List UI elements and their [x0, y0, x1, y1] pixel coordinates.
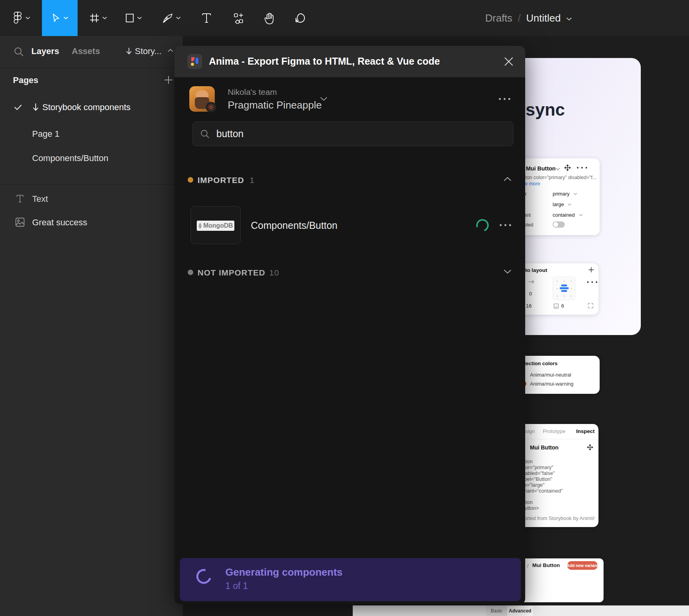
variant-breadcrumb-separator: / [527, 563, 529, 569]
page-label: Storybook components [42, 102, 131, 112]
page-item-components-button[interactable]: Components/Button [0, 150, 183, 168]
rectangle-icon [125, 13, 134, 23]
inspect-footer: ported from Storybook by Anima [521, 515, 594, 521]
tab-layers[interactable]: Layers [31, 46, 59, 56]
code-line: olor="primary" [521, 464, 553, 470]
frame-icon [89, 13, 100, 23]
not-imported-section-label: NOT IMPORTED [198, 268, 265, 277]
selection-colors-title: lection colors [524, 361, 558, 366]
auto-layout-title: to layout [525, 267, 547, 273]
prop-value-size[interactable]: large [553, 201, 564, 207]
sync-progress-spinner [474, 217, 491, 234]
leaf-icon [198, 223, 202, 229]
chevron-down-icon[interactable] [566, 17, 572, 21]
page-label: Components/Button [32, 153, 108, 163]
chevron-down-icon [63, 16, 68, 20]
tab-assets[interactable]: Assets [72, 46, 100, 56]
prop-value-variant[interactable]: contained [553, 212, 575, 218]
page-item-page-1[interactable]: Page 1 [0, 125, 183, 144]
component-thumbnail: MongoDB [190, 206, 241, 244]
inspect-node-title: Mui Button [530, 444, 558, 451]
component-row-components-button[interactable]: MongoDB Components/Button [174, 203, 525, 250]
add-page-icon[interactable] [164, 75, 173, 85]
add-new-variant-button[interactable]: Add new variant [567, 561, 598, 570]
chevron-down-icon[interactable] [568, 203, 571, 206]
color-token-neutral[interactable]: Anima/mui-neutral [530, 372, 571, 378]
move-tool-button[interactable] [42, 0, 78, 36]
disabled-toggle[interactable] [553, 221, 565, 228]
figma-logo-icon [13, 11, 23, 25]
pages-header: Pages [13, 75, 38, 85]
story-page-dropdown[interactable]: Story... [135, 46, 161, 56]
hand-tool-button[interactable] [257, 0, 282, 36]
breadcrumb-project[interactable]: Drafts [485, 12, 512, 24]
team-name[interactable]: Pragmatic Pineapple [228, 99, 322, 111]
arrow-down-icon [125, 47, 132, 56]
move-icon[interactable] [564, 165, 571, 171]
layer-item-great-success[interactable]: Great success [0, 213, 183, 234]
file-title[interactable]: Untitled [526, 12, 561, 24]
page-item-storybook-components[interactable]: Storybook components [0, 99, 183, 118]
comment-bubble-icon [295, 13, 306, 24]
alignment-widget[interactable] [553, 277, 575, 300]
plugin-modal-header: Anima - Export Figma to HTML, React & Vu… [174, 46, 525, 77]
not-imported-status-dot [188, 270, 193, 275]
component-more-icon[interactable] [500, 224, 511, 226]
spacing-value[interactable]: 0 [529, 291, 532, 297]
text-tool-button[interactable] [194, 0, 219, 36]
avatar[interactable] [189, 86, 215, 112]
tab-prototype[interactable]: Prototype [543, 428, 566, 434]
page-label: Page 1 [32, 129, 60, 139]
main-menu-button[interactable] [5, 0, 37, 36]
search-input[interactable] [216, 122, 490, 146]
comment-tool-button[interactable] [288, 0, 313, 36]
padding-v-value[interactable]: 6 [561, 303, 564, 309]
generation-title: Generating components [225, 566, 343, 578]
props-card-more-icon[interactable] [577, 167, 587, 168]
tab-basic[interactable]: Basic [486, 606, 507, 616]
props-card-title: Mui Button [526, 165, 556, 172]
corner-radius-icon[interactable] [588, 303, 593, 308]
tab-advanced-label: Advanced [509, 608, 531, 614]
imported-section-label: IMPORTED [198, 176, 244, 185]
figma-app-window: sync Mui Button utton color="primary" di… [0, 0, 689, 616]
padding-h-value[interactable]: 16 [526, 303, 531, 309]
color-token-warning[interactable]: Anima/mui-warning [530, 381, 573, 387]
components-icon [232, 12, 244, 24]
image-layer-icon [15, 217, 25, 227]
team-settings-badge[interactable] [206, 102, 216, 112]
tab-design[interactable]: sign [525, 428, 535, 434]
left-panel: Layers Assets Story... Pages Storybook c… [0, 36, 183, 616]
search-icon[interactable] [13, 46, 24, 57]
resources-tool-button[interactable] [226, 0, 251, 36]
component-name: Components/Button [251, 220, 337, 231]
align-bar [561, 290, 567, 292]
chevron-down-icon[interactable] [556, 168, 560, 170]
chevron-up-icon[interactable] [168, 49, 173, 52]
chevron-down-icon [176, 16, 181, 20]
chevron-down-icon[interactable] [573, 193, 577, 195]
prop-value-color[interactable]: primary [553, 191, 569, 197]
hero-headline: sync [526, 100, 565, 120]
pen-tool-button[interactable] [156, 0, 187, 36]
cursor-icon [51, 13, 61, 23]
tab-inspect[interactable]: Inspect [576, 428, 595, 434]
variant-title: Mui Button [532, 562, 560, 568]
props-card-description: utton color="primary" disabled="f... [521, 175, 597, 180]
layer-label: Great success [32, 217, 87, 228]
plus-icon[interactable] [588, 267, 594, 273]
frame-tool-button[interactable] [83, 0, 113, 36]
chevron-down-icon[interactable] [504, 269, 511, 274]
layer-item-text[interactable]: Text [0, 190, 183, 210]
auto-layout-more-icon[interactable] [587, 281, 597, 283]
shape-tool-button[interactable] [118, 0, 148, 36]
tab-advanced[interactable]: Advanced [507, 606, 533, 616]
team-more-icon[interactable] [499, 98, 510, 100]
anima-logo-icon [187, 54, 202, 69]
close-icon[interactable] [504, 56, 514, 67]
chevron-down-icon[interactable] [320, 97, 327, 101]
add-new-variant-label: Add new variant [566, 563, 598, 568]
component-search [192, 121, 513, 146]
chevron-down-icon[interactable] [579, 214, 583, 216]
chevron-up-icon[interactable] [504, 177, 511, 181]
